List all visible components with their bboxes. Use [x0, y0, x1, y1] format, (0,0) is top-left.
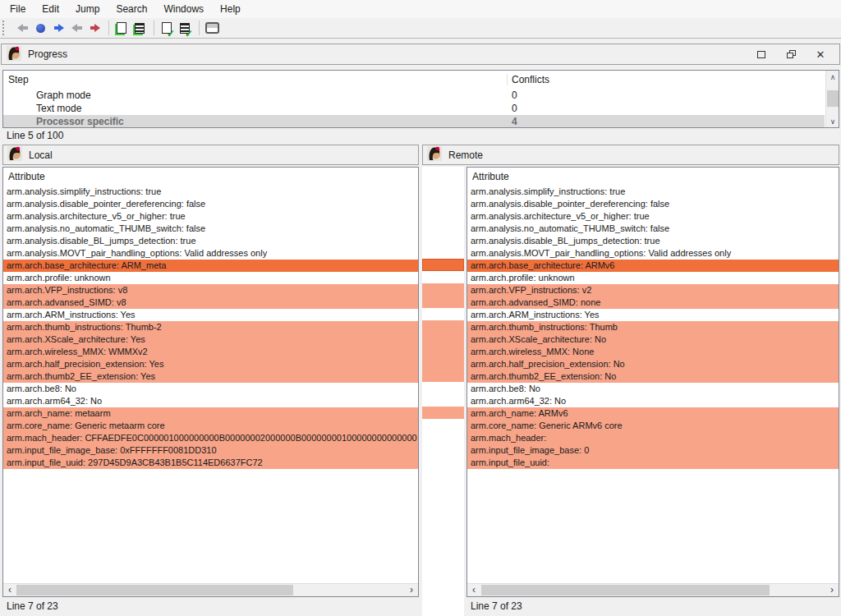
- attribute-row[interactable]: arm.arch.thumb_instructions: Thumb-2: [3, 321, 418, 333]
- attribute-row[interactable]: arm.arch.VFP_instructions: v8: [3, 284, 418, 297]
- attribute-row[interactable]: arm.input_file_image_base: 0xFFFFFFF0081…: [3, 444, 418, 457]
- column-header-attribute-local[interactable]: Attribute: [8, 171, 45, 182]
- validate-segments-icon[interactable]: ✓: [177, 20, 193, 36]
- attribute-row[interactable]: arm.analysis.disable_pointer_dereferenci…: [3, 198, 418, 210]
- attribute-row[interactable]: arm.arch.thumb_instructions: Thumb: [467, 321, 839, 333]
- column-header-conflicts[interactable]: Conflicts: [507, 74, 549, 85]
- progress-window-titlebar[interactable]: Progress ✕: [1, 44, 840, 65]
- attribute-row[interactable]: arm.analysis.MOVT_pair_handling_options:…: [3, 247, 418, 260]
- attribute-row[interactable]: arm.analysis.disable_pointer_dereferenci…: [467, 198, 839, 210]
- attribute-row[interactable]: arm.arch.XScale_architecture: Yes: [3, 333, 418, 346]
- attribute-row[interactable]: arm.arch.thumb2_EE_extension: No: [467, 370, 839, 383]
- attribute-row[interactable]: arm.arch.wireless_MMX: None: [467, 346, 839, 358]
- attribute-row[interactable]: arm.mach_header: CFFAEDFE0C0000010000000…: [3, 432, 418, 444]
- progress-table-row[interactable]: Graph mode0: [3, 89, 825, 102]
- remote-pane-title: Remote: [448, 149, 483, 161]
- open-segments-icon[interactable]: [131, 20, 148, 36]
- progress-table-row[interactable]: Text mode0: [3, 102, 825, 115]
- attribute-row[interactable]: arm.input_file_image_base: 0: [467, 444, 839, 457]
- menu-item-edit[interactable]: Edit: [34, 1, 67, 17]
- scrollbar-thumb[interactable]: [827, 90, 839, 107]
- validate-view-icon[interactable]: ✓: [159, 20, 175, 36]
- menu-item-windows[interactable]: Windows: [155, 1, 212, 17]
- attribute-row[interactable]: arm.arch.VFP_instructions: v2: [467, 284, 839, 297]
- attribute-row[interactable]: arm.arch.be8: No: [467, 383, 839, 395]
- remote-horizontal-scrollbar[interactable]: ‹ ›: [467, 583, 839, 596]
- toolbar-separator: [199, 21, 200, 35]
- attribute-row[interactable]: arm.arch.half_precision_extension: No: [467, 358, 839, 370]
- attribute-row[interactable]: arm.analysis.architecture_v5_or_higher: …: [3, 210, 418, 223]
- attribute-row[interactable]: arm.arch.base_architecture: ARM_meta: [3, 260, 418, 272]
- menu-item-help[interactable]: Help: [212, 1, 249, 17]
- local-horizontal-scrollbar[interactable]: ‹ ›: [3, 583, 418, 596]
- progress-window-title: Progress: [28, 48, 67, 60]
- remote-pane-titlebar[interactable]: Remote: [422, 145, 839, 165]
- menu-item-file[interactable]: File: [2, 1, 34, 17]
- attribute-row[interactable]: arm.arch.advansed_SIMD: none: [467, 297, 839, 309]
- attribute-row[interactable]: arm.arch_name: ARMv6: [467, 407, 839, 420]
- menu-bar: FileEditJumpSearchWindowsHelp: [0, 0, 841, 18]
- attribute-row[interactable]: arm.arch.ARM_instructions: Yes: [467, 309, 839, 321]
- prev-item-icon[interactable]: [68, 20, 85, 36]
- attribute-row[interactable]: arm.arch.ARM_instructions: Yes: [3, 309, 418, 321]
- attribute-row[interactable]: arm.input_file_uuid: 297D45D9A3CB43B1B5C…: [3, 457, 418, 469]
- restore-button[interactable]: [782, 47, 800, 62]
- next-item-icon[interactable]: [86, 20, 103, 36]
- attribute-row[interactable]: arm.arch.XScale_architecture: No: [467, 333, 839, 346]
- ida-lady-icon: [7, 146, 22, 163]
- ida-lady-icon: [7, 46, 21, 63]
- attribute-row[interactable]: arm.arch.thumb2_EE_extension: Yes: [3, 370, 418, 383]
- progress-status-line: Line 5 of 100: [7, 130, 63, 141]
- nav-back-icon[interactable]: [14, 20, 30, 36]
- scroll-right-icon[interactable]: ›: [825, 584, 839, 596]
- attribute-row[interactable]: arm.mach_header:: [467, 432, 839, 444]
- column-header-step[interactable]: Step: [8, 74, 29, 85]
- progress-vertical-scrollbar[interactable]: ∧ ∨: [825, 71, 839, 127]
- attribute-row[interactable]: arm.arch.wireless_MMX: WMMXv2: [3, 346, 418, 358]
- diff-gutter-block: [422, 259, 464, 271]
- scroll-left-icon[interactable]: ‹: [467, 584, 480, 596]
- attribute-row[interactable]: arm.analysis.architecture_v5_or_higher: …: [467, 210, 839, 223]
- open-view-icon[interactable]: [113, 20, 130, 36]
- attribute-row[interactable]: arm.arch.profile: unknown: [3, 272, 418, 284]
- attribute-row[interactable]: arm.analysis.no_automatic_THUMB_switch: …: [3, 223, 418, 235]
- attribute-row[interactable]: arm.core_name: Generic metaarm core: [3, 420, 418, 432]
- attribute-row[interactable]: arm.core_name: Generic ARMv6 core: [467, 420, 839, 432]
- maximize-button[interactable]: [752, 47, 770, 62]
- scrollbar-thumb[interactable]: [16, 585, 293, 595]
- close-button[interactable]: ✕: [811, 47, 830, 62]
- attribute-row[interactable]: arm.arch.base_architecture: ARMv6: [467, 260, 839, 272]
- attribute-row[interactable]: arm.arch.be8: No: [3, 383, 418, 395]
- scroll-left-icon[interactable]: ‹: [3, 584, 16, 596]
- local-pane-titlebar[interactable]: Local: [2, 145, 419, 165]
- scrollbar-thumb[interactable]: [481, 585, 770, 595]
- current-position-icon[interactable]: [32, 20, 48, 36]
- toolbar-drag-handle[interactable]: [2, 21, 7, 35]
- attribute-row[interactable]: arm.analysis.MOVT_pair_handling_options:…: [467, 247, 839, 260]
- attribute-row[interactable]: arm.analysis.disable_BL_jumps_detection:…: [3, 235, 418, 247]
- attribute-row[interactable]: arm.analysis.disable_BL_jumps_detection:…: [467, 235, 839, 247]
- column-header-attribute-remote[interactable]: Attribute: [472, 171, 509, 182]
- attribute-row[interactable]: arm.analysis.simplify_instructions: true: [467, 186, 839, 198]
- console-icon[interactable]: [204, 20, 220, 36]
- attribute-row[interactable]: arm.analysis.simplify_instructions: true: [3, 186, 418, 198]
- toolbar-separator: [108, 21, 109, 35]
- scroll-right-icon[interactable]: ›: [405, 584, 418, 596]
- attribute-row[interactable]: arm.arch.arm64_32: No: [3, 395, 418, 407]
- attribute-row[interactable]: arm.analysis.no_automatic_THUMB_switch: …: [467, 223, 839, 235]
- attribute-row[interactable]: arm.arch.half_precision_extension: Yes: [3, 358, 418, 370]
- attribute-row[interactable]: arm.arch_name: metaarm: [3, 407, 418, 420]
- scroll-up-icon[interactable]: ∧: [826, 71, 839, 83]
- progress-table-row[interactable]: Processor specific4: [3, 115, 825, 128]
- attribute-row[interactable]: arm.arch.arm64_32: No: [467, 395, 839, 407]
- attribute-row[interactable]: arm.input_file_uuid:: [467, 457, 839, 469]
- attribute-row[interactable]: arm.arch.advansed_SIMD: v8: [3, 297, 418, 309]
- remote-attribute-list: Attribute arm.analysis.simplify_instruct…: [466, 167, 839, 597]
- application-window: FileEditJumpSearchWindowsHelp ✓✓ Progres…: [0, 0, 841, 616]
- local-pane-title: Local: [29, 149, 53, 161]
- menu-item-jump[interactable]: Jump: [67, 1, 108, 17]
- attribute-row[interactable]: arm.arch.profile: unknown: [467, 272, 839, 284]
- nav-forward-icon[interactable]: [50, 20, 67, 36]
- scroll-down-icon[interactable]: ∨: [826, 115, 839, 127]
- menu-item-search[interactable]: Search: [108, 1, 155, 17]
